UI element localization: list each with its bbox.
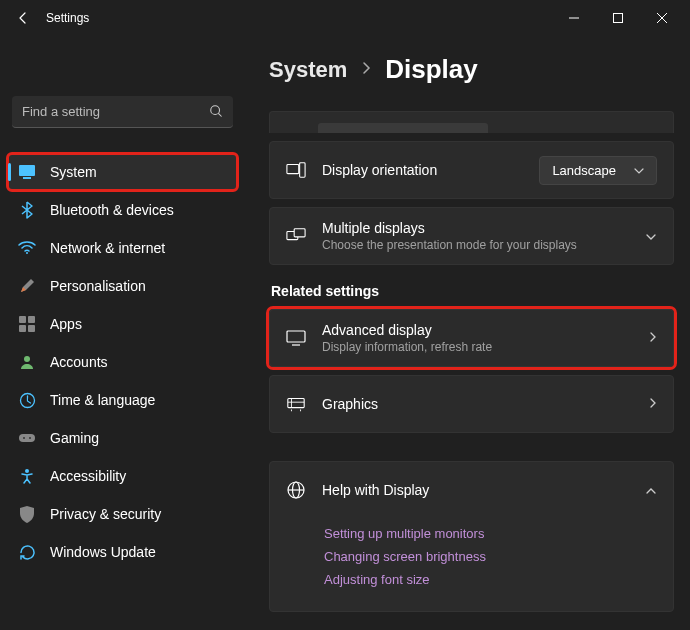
get-help-row[interactable]: Get help: [269, 620, 674, 630]
chevron-down-icon: [645, 227, 657, 245]
sidebar: System Bluetooth & devices Network & int…: [0, 36, 245, 630]
titlebar: Settings: [0, 0, 690, 36]
svg-point-12: [23, 437, 25, 439]
orientation-icon: [286, 160, 306, 180]
svg-rect-16: [300, 163, 305, 178]
svg-rect-5: [19, 316, 26, 323]
sidebar-item-label: System: [50, 164, 97, 180]
svg-rect-18: [294, 229, 305, 237]
help-link[interactable]: Changing screen brightness: [324, 549, 655, 564]
chevron-right-icon: [649, 395, 657, 413]
card-title: Display orientation: [322, 162, 523, 178]
system-icon: [18, 163, 36, 181]
svg-rect-3: [23, 177, 31, 179]
breadcrumb-parent[interactable]: System: [269, 57, 347, 83]
svg-rect-19: [287, 331, 305, 342]
window-title: Settings: [46, 11, 89, 25]
sidebar-item-label: Time & language: [50, 392, 155, 408]
sidebar-item-label: Network & internet: [50, 240, 165, 256]
close-icon: [657, 13, 667, 23]
sidebar-item-gaming[interactable]: Gaming: [8, 420, 237, 456]
partial-card-stub: [269, 111, 674, 133]
back-button[interactable]: [6, 1, 40, 35]
svg-rect-20: [288, 399, 304, 408]
search-icon: [209, 104, 223, 122]
wifi-icon: [18, 239, 36, 257]
svg-rect-7: [19, 325, 26, 332]
svg-point-14: [25, 469, 29, 473]
svg-point-9: [24, 356, 30, 362]
maximize-button[interactable]: [596, 2, 640, 34]
update-icon: [18, 543, 36, 561]
card-title: Advanced display: [322, 322, 633, 338]
sidebar-item-apps[interactable]: Apps: [8, 306, 237, 342]
sidebar-item-accessibility[interactable]: Accessibility: [8, 458, 237, 494]
svg-rect-11: [19, 434, 35, 442]
monitor-icon: [286, 328, 306, 348]
sidebar-item-privacy[interactable]: Privacy & security: [8, 496, 237, 532]
chevron-down-icon: [634, 163, 644, 178]
help-links: Setting up multiple monitors Changing sc…: [270, 526, 673, 611]
svg-point-1: [211, 106, 220, 115]
close-button[interactable]: [640, 2, 684, 34]
search-input[interactable]: [12, 96, 233, 128]
help-link[interactable]: Setting up multiple monitors: [324, 526, 655, 541]
globe-clock-icon: [18, 391, 36, 409]
advanced-display-row[interactable]: Advanced display Display information, re…: [270, 310, 673, 366]
display-orientation-row[interactable]: Display orientation Landscape: [270, 142, 673, 198]
sidebar-item-update[interactable]: Windows Update: [8, 534, 237, 570]
svg-rect-2: [19, 165, 35, 176]
help-link[interactable]: Adjusting font size: [324, 572, 655, 587]
sidebar-item-time-language[interactable]: Time & language: [8, 382, 237, 418]
apps-icon: [18, 315, 36, 333]
minimize-icon: [569, 13, 579, 23]
help-with-display-row[interactable]: Help with Display: [270, 462, 673, 518]
sidebar-item-label: Privacy & security: [50, 506, 161, 522]
maximize-icon: [613, 13, 623, 23]
svg-rect-15: [287, 165, 299, 174]
arrow-left-icon: [15, 10, 31, 26]
chevron-up-icon: [645, 481, 657, 499]
person-icon: [18, 353, 36, 371]
sidebar-item-personalisation[interactable]: Personalisation: [8, 268, 237, 304]
accessibility-icon: [18, 467, 36, 485]
bluetooth-icon: [18, 201, 36, 219]
breadcrumb: System Display: [269, 54, 674, 85]
sidebar-item-label: Accounts: [50, 354, 108, 370]
sidebar-item-label: Windows Update: [50, 544, 156, 560]
sidebar-item-label: Personalisation: [50, 278, 146, 294]
shield-icon: [18, 505, 36, 523]
svg-rect-6: [28, 316, 35, 323]
graphics-row[interactable]: Graphics: [270, 376, 673, 432]
page-title: Display: [385, 54, 478, 85]
sidebar-item-bluetooth[interactable]: Bluetooth & devices: [8, 192, 237, 228]
dropdown-value: Landscape: [552, 163, 616, 178]
sidebar-item-label: Accessibility: [50, 468, 126, 484]
card-title: Graphics: [322, 396, 633, 412]
card-title: Help with Display: [322, 482, 629, 498]
section-header-related: Related settings: [271, 283, 674, 299]
orientation-dropdown[interactable]: Landscape: [539, 156, 657, 185]
graphics-icon: [286, 394, 306, 414]
minimize-button[interactable]: [552, 2, 596, 34]
svg-point-4: [26, 252, 28, 254]
card-title: Multiple displays: [322, 220, 629, 236]
sidebar-item-system[interactable]: System: [8, 154, 237, 190]
sidebar-item-network[interactable]: Network & internet: [8, 230, 237, 266]
gaming-icon: [18, 429, 36, 447]
paintbrush-icon: [18, 277, 36, 295]
sidebar-item-label: Apps: [50, 316, 82, 332]
card-subtitle: Choose the presentation mode for your di…: [322, 238, 629, 252]
globe-help-icon: [286, 480, 306, 500]
multiple-displays-icon: [286, 226, 306, 246]
sidebar-item-accounts[interactable]: Accounts: [8, 344, 237, 380]
sidebar-item-label: Bluetooth & devices: [50, 202, 174, 218]
chevron-right-icon: [361, 61, 371, 79]
chevron-right-icon: [649, 329, 657, 347]
card-subtitle: Display information, refresh rate: [322, 340, 633, 354]
multiple-displays-row[interactable]: Multiple displays Choose the presentatio…: [270, 208, 673, 264]
svg-point-13: [29, 437, 31, 439]
main-content: System Display Display orientation: [245, 36, 690, 630]
sidebar-item-label: Gaming: [50, 430, 99, 446]
svg-rect-0: [614, 14, 623, 23]
